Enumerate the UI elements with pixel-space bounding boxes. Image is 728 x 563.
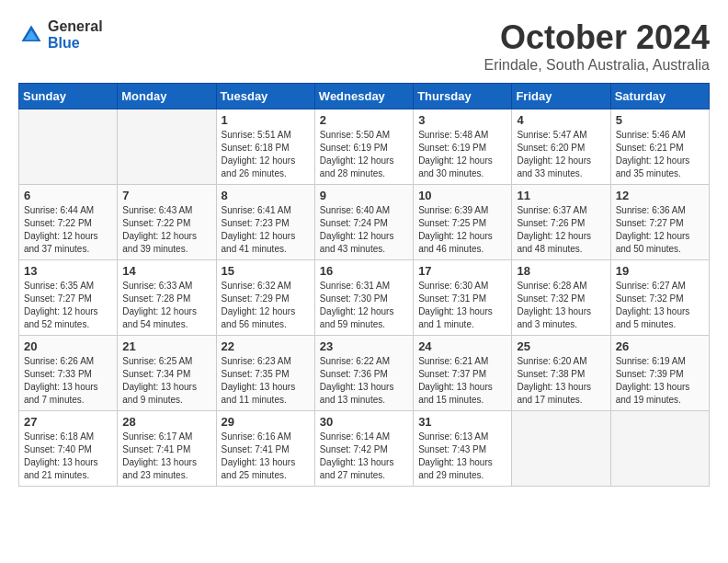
day-info: Sunrise: 6:31 AMSunset: 7:30 PMDaylight:… [320, 280, 408, 331]
calendar-cell: 2Sunrise: 5:50 AMSunset: 6:19 PMDaylight… [314, 109, 413, 185]
calendar-cell: 29Sunrise: 6:16 AMSunset: 7:41 PMDayligh… [216, 411, 314, 487]
calendar-cell: 14Sunrise: 6:33 AMSunset: 7:28 PMDayligh… [118, 260, 216, 336]
day-number: 29 [222, 415, 310, 429]
calendar-cell: 25Sunrise: 6:20 AMSunset: 7:38 PMDayligh… [512, 336, 610, 411]
day-number: 20 [24, 339, 112, 353]
calendar-cell: 7Sunrise: 6:43 AMSunset: 7:22 PMDaylight… [118, 185, 216, 260]
calendar-cell: 1Sunrise: 5:51 AMSunset: 6:18 PMDaylight… [216, 109, 314, 185]
calendar-cell: 19Sunrise: 6:27 AMSunset: 7:32 PMDayligh… [610, 260, 709, 336]
day-info: Sunrise: 6:41 AMSunset: 7:23 PMDaylight:… [222, 204, 310, 256]
day-info: Sunrise: 6:36 AMSunset: 7:27 PMDaylight:… [616, 204, 704, 256]
day-number: 14 [122, 264, 210, 278]
day-number: 7 [122, 189, 210, 202]
day-info: Sunrise: 6:16 AMSunset: 7:41 PMDaylight:… [222, 431, 310, 482]
weekday-header-friday: Friday [512, 84, 610, 109]
day-info: Sunrise: 6:37 AMSunset: 7:26 PMDaylight:… [517, 204, 605, 256]
day-info: Sunrise: 6:43 AMSunset: 7:22 PMDaylight:… [122, 204, 210, 256]
day-number: 18 [517, 264, 605, 278]
weekday-header-sunday: Sunday [19, 84, 118, 109]
page-header: General Blue October 2024 Erindale, Sout… [18, 18, 710, 74]
weekday-header-tuesday: Tuesday [216, 84, 314, 109]
day-number: 25 [517, 339, 605, 353]
day-info: Sunrise: 6:28 AMSunset: 7:32 PMDaylight:… [517, 280, 605, 331]
week-row-5: 27Sunrise: 6:18 AMSunset: 7:40 PMDayligh… [19, 411, 710, 487]
day-info: Sunrise: 6:30 AMSunset: 7:31 PMDaylight:… [418, 280, 506, 331]
day-info: Sunrise: 6:21 AMSunset: 7:37 PMDaylight:… [418, 355, 506, 407]
calendar-table: SundayMondayTuesdayWednesdayThursdayFrid… [18, 83, 710, 487]
day-info: Sunrise: 6:40 AMSunset: 7:24 PMDaylight:… [320, 204, 408, 256]
day-number: 5 [616, 113, 704, 127]
day-info: Sunrise: 6:25 AMSunset: 7:34 PMDaylight:… [122, 355, 210, 407]
logo-general-text: General [48, 18, 103, 35]
day-number: 9 [320, 189, 408, 202]
day-info: Sunrise: 6:35 AMSunset: 7:27 PMDaylight:… [24, 280, 112, 331]
day-number: 19 [616, 264, 704, 278]
day-info: Sunrise: 6:20 AMSunset: 7:38 PMDaylight:… [517, 355, 605, 407]
calendar-cell: 23Sunrise: 6:22 AMSunset: 7:36 PMDayligh… [314, 336, 413, 411]
day-info: Sunrise: 6:44 AMSunset: 7:22 PMDaylight:… [24, 204, 112, 256]
day-info: Sunrise: 6:14 AMSunset: 7:42 PMDaylight:… [320, 431, 408, 482]
day-info: Sunrise: 6:32 AMSunset: 7:29 PMDaylight:… [222, 280, 310, 331]
day-info: Sunrise: 6:23 AMSunset: 7:35 PMDaylight:… [222, 355, 310, 407]
day-info: Sunrise: 6:26 AMSunset: 7:33 PMDaylight:… [24, 355, 112, 407]
location-title: Erindale, South Australia, Australia [484, 57, 710, 74]
calendar-cell: 15Sunrise: 6:32 AMSunset: 7:29 PMDayligh… [216, 260, 314, 336]
month-title: October 2024 [484, 18, 710, 57]
calendar-cell: 27Sunrise: 6:18 AMSunset: 7:40 PMDayligh… [19, 411, 118, 487]
day-info: Sunrise: 6:17 AMSunset: 7:41 PMDaylight:… [122, 431, 210, 482]
calendar-cell: 3Sunrise: 5:48 AMSunset: 6:19 PMDaylight… [414, 109, 512, 185]
day-number: 4 [517, 113, 605, 127]
day-info: Sunrise: 5:46 AMSunset: 6:21 PMDaylight:… [616, 129, 704, 180]
calendar-cell [512, 411, 610, 487]
calendar-cell: 17Sunrise: 6:30 AMSunset: 7:31 PMDayligh… [414, 260, 512, 336]
day-info: Sunrise: 6:18 AMSunset: 7:40 PMDaylight:… [24, 431, 112, 482]
calendar-cell: 18Sunrise: 6:28 AMSunset: 7:32 PMDayligh… [512, 260, 610, 336]
weekday-header-row: SundayMondayTuesdayWednesdayThursdayFrid… [19, 84, 710, 109]
day-number: 2 [320, 113, 408, 127]
day-info: Sunrise: 6:39 AMSunset: 7:25 PMDaylight:… [418, 204, 506, 256]
calendar-cell: 22Sunrise: 6:23 AMSunset: 7:35 PMDayligh… [216, 336, 314, 411]
day-number: 16 [320, 264, 408, 278]
calendar-cell: 9Sunrise: 6:40 AMSunset: 7:24 PMDaylight… [314, 185, 413, 260]
logo-blue-text: Blue [48, 35, 103, 52]
day-info: Sunrise: 5:48 AMSunset: 6:19 PMDaylight:… [418, 129, 506, 180]
calendar-cell: 24Sunrise: 6:21 AMSunset: 7:37 PMDayligh… [414, 336, 512, 411]
weekday-header-wednesday: Wednesday [314, 84, 413, 109]
calendar-cell: 13Sunrise: 6:35 AMSunset: 7:27 PMDayligh… [19, 260, 118, 336]
day-info: Sunrise: 6:22 AMSunset: 7:36 PMDaylight:… [320, 355, 408, 407]
calendar-cell: 30Sunrise: 6:14 AMSunset: 7:42 PMDayligh… [314, 411, 413, 487]
calendar-cell: 21Sunrise: 6:25 AMSunset: 7:34 PMDayligh… [118, 336, 216, 411]
logo: General Blue [18, 18, 103, 51]
logo-icon [18, 22, 44, 48]
weekday-header-saturday: Saturday [610, 84, 709, 109]
day-number: 31 [418, 415, 506, 429]
calendar-cell: 4Sunrise: 5:47 AMSunset: 6:20 PMDaylight… [512, 109, 610, 185]
day-info: Sunrise: 6:13 AMSunset: 7:43 PMDaylight:… [418, 431, 506, 482]
day-number: 21 [122, 339, 210, 353]
day-number: 26 [616, 339, 704, 353]
day-info: Sunrise: 6:27 AMSunset: 7:32 PMDaylight:… [616, 280, 704, 331]
day-number: 13 [24, 264, 112, 278]
calendar-cell: 6Sunrise: 6:44 AMSunset: 7:22 PMDaylight… [19, 185, 118, 260]
calendar-cell [118, 109, 216, 185]
week-row-3: 13Sunrise: 6:35 AMSunset: 7:27 PMDayligh… [19, 260, 710, 336]
week-row-2: 6Sunrise: 6:44 AMSunset: 7:22 PMDaylight… [19, 185, 710, 260]
weekday-header-monday: Monday [118, 84, 216, 109]
calendar-cell [610, 411, 709, 487]
calendar-cell: 10Sunrise: 6:39 AMSunset: 7:25 PMDayligh… [414, 185, 512, 260]
day-number: 17 [418, 264, 506, 278]
calendar-cell: 11Sunrise: 6:37 AMSunset: 7:26 PMDayligh… [512, 185, 610, 260]
day-info: Sunrise: 6:19 AMSunset: 7:39 PMDaylight:… [616, 355, 704, 407]
day-number: 12 [616, 189, 704, 202]
day-info: Sunrise: 5:50 AMSunset: 6:19 PMDaylight:… [320, 129, 408, 180]
calendar-cell: 20Sunrise: 6:26 AMSunset: 7:33 PMDayligh… [19, 336, 118, 411]
calendar-cell [19, 109, 118, 185]
day-number: 6 [24, 189, 112, 202]
day-number: 23 [320, 339, 408, 353]
day-number: 27 [24, 415, 112, 429]
day-number: 22 [222, 339, 310, 353]
day-info: Sunrise: 5:47 AMSunset: 6:20 PMDaylight:… [517, 129, 605, 180]
week-row-4: 20Sunrise: 6:26 AMSunset: 7:33 PMDayligh… [19, 336, 710, 411]
week-row-1: 1Sunrise: 5:51 AMSunset: 6:18 PMDaylight… [19, 109, 710, 185]
calendar-cell: 16Sunrise: 6:31 AMSunset: 7:30 PMDayligh… [314, 260, 413, 336]
